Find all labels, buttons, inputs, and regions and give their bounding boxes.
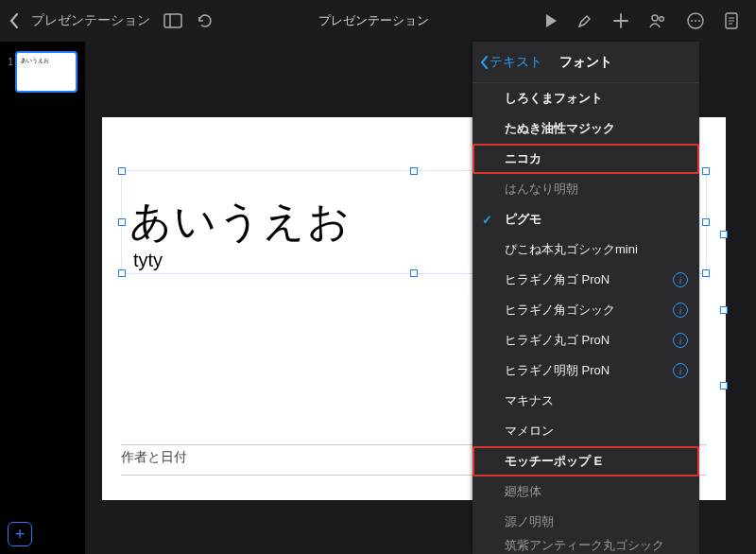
svg-point-7 <box>698 20 700 22</box>
info-icon[interactable]: i <box>673 303 688 318</box>
font-label: はんなり明朝 <box>505 181 578 198</box>
panel-back-button[interactable]: テキスト <box>480 54 542 71</box>
slide-navigator: 1 あいうえお + <box>0 42 85 554</box>
plus-icon[interactable] <box>612 12 629 29</box>
font-label: ニコカ <box>505 150 541 167</box>
resize-handle[interactable] <box>702 269 710 277</box>
font-label: ピグモ <box>505 211 541 228</box>
svg-point-3 <box>660 17 664 22</box>
svg-point-6 <box>695 20 696 22</box>
font-option[interactable]: ヒラギノ丸ゴ ProNi <box>472 325 699 355</box>
info-icon[interactable]: i <box>673 272 688 287</box>
collaborate-icon[interactable] <box>648 12 667 29</box>
font-option[interactable]: はんなり明朝 <box>472 174 699 204</box>
slide-thumbnail[interactable]: 1 あいうえお <box>6 51 79 93</box>
font-option[interactable]: ニコカ <box>472 144 699 174</box>
panel-title: フォント <box>559 54 612 71</box>
panel-header: テキスト フォント <box>472 42 699 83</box>
undo-icon[interactable] <box>196 12 213 29</box>
resize-handle[interactable] <box>118 218 126 226</box>
font-label: ヒラギノ明朝 ProN <box>505 362 610 379</box>
font-panel: テキスト フォント しろくまフォントたぬき油性マジックニコカはんなり明朝✓ピグモ… <box>472 42 699 554</box>
font-label: 廻想体 <box>505 483 541 500</box>
font-label: ぴこね本丸ゴシックmini <box>505 241 638 258</box>
font-option[interactable]: ✓ピグモ <box>472 204 699 234</box>
font-label: ヒラギノ角ゴ ProN <box>505 271 610 288</box>
font-label: しろくまフォント <box>505 90 603 107</box>
slide-preview: あいうえお <box>15 51 77 93</box>
topbar: プレゼンテーション プレゼンテーション <box>0 0 756 42</box>
info-icon[interactable]: i <box>673 363 688 378</box>
more-icon[interactable] <box>686 11 705 30</box>
font-option[interactable]: ヒラギノ明朝 ProNi <box>472 355 699 386</box>
font-option[interactable]: たぬき油性マジック <box>472 113 699 144</box>
back-label[interactable]: プレゼンテーション <box>31 12 150 29</box>
sidebar-toggle-icon[interactable] <box>163 13 182 28</box>
resize-handle[interactable] <box>410 167 418 175</box>
selection-handle[interactable] <box>720 231 728 238</box>
back-chevron-icon[interactable] <box>9 13 18 28</box>
font-option[interactable]: モッチーポップ E <box>472 446 699 476</box>
svg-rect-0 <box>164 14 181 27</box>
document-icon[interactable] <box>724 12 739 29</box>
format-brush-icon[interactable] <box>576 12 593 29</box>
svg-point-5 <box>691 20 693 22</box>
info-icon[interactable]: i <box>673 333 688 348</box>
resize-handle[interactable] <box>410 269 418 277</box>
document-title: プレゼンテーション <box>252 12 495 29</box>
slide-number: 1 <box>6 51 15 67</box>
font-option[interactable]: 源ノ明朝 <box>472 507 699 537</box>
font-option[interactable]: 廻想体 <box>472 476 699 507</box>
font-option[interactable]: 筑紫アンティーク丸ゴシック Beta <box>472 537 699 554</box>
resize-handle[interactable] <box>702 167 710 175</box>
font-option[interactable]: マキナス <box>472 386 699 416</box>
font-label: マメロン <box>505 423 554 440</box>
selection-handle[interactable] <box>720 382 728 390</box>
selection-handle[interactable] <box>720 306 728 314</box>
font-list[interactable]: しろくまフォントたぬき油性マジックニコカはんなり明朝✓ピグモぴこね本丸ゴシックm… <box>472 83 699 554</box>
resize-handle[interactable] <box>118 167 126 175</box>
check-icon: ✓ <box>482 213 492 227</box>
font-option[interactable]: しろくまフォント <box>472 83 699 113</box>
font-label: たぬき油性マジック <box>505 120 615 137</box>
font-option[interactable]: ぴこね本丸ゴシックmini <box>472 234 699 265</box>
resize-handle[interactable] <box>702 218 710 226</box>
add-slide-button[interactable]: + <box>8 522 32 546</box>
panel-back-label: テキスト <box>490 54 542 71</box>
font-label: 筑紫アンティーク丸ゴシック Beta <box>505 537 686 555</box>
font-label: ヒラギノ丸ゴ ProN <box>505 332 610 349</box>
play-icon[interactable] <box>544 13 558 28</box>
font-label: 源ノ明朝 <box>505 513 554 530</box>
font-label: ヒラギノ角ゴシック <box>505 302 615 319</box>
svg-point-2 <box>652 15 658 21</box>
font-label: モッチーポップ E <box>505 453 602 470</box>
resize-handle[interactable] <box>118 269 126 277</box>
font-label: マキナス <box>505 392 554 409</box>
font-option[interactable]: ヒラギノ角ゴ ProNi <box>472 265 699 295</box>
font-option[interactable]: マメロン <box>472 416 699 446</box>
font-option[interactable]: ヒラギノ角ゴシックi <box>472 295 699 325</box>
